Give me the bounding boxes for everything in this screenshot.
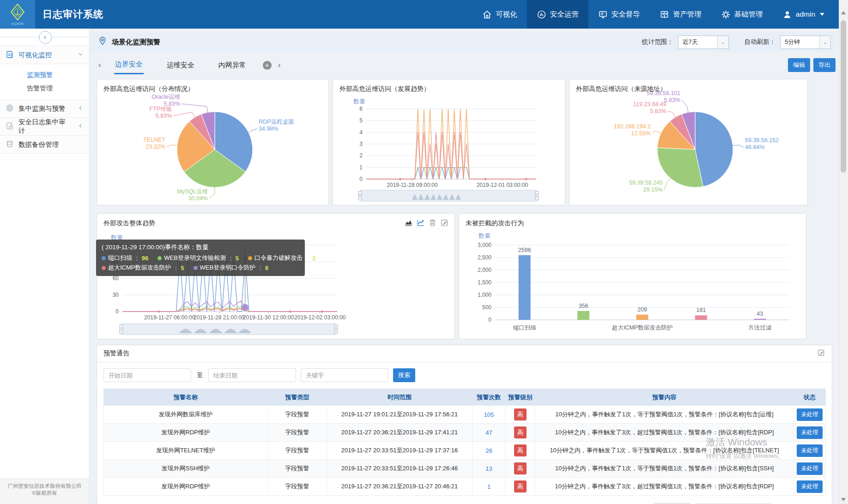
alert-count-link[interactable]: 26: [485, 447, 492, 454]
auto-refresh-label: 自动刷新：: [745, 38, 776, 46]
line-chart-attack-trend: 0306090120数量2019-11-27 06:00:002019-11-2…: [97, 214, 454, 339]
svg-text:1: 1: [359, 164, 363, 171]
chevron-down-icon: [820, 13, 824, 16]
panel-ops-source: 外部高危运维访问（来源地址） 59.39.58.15246.64%59.39.5…: [569, 79, 808, 205]
panel-title: 外部高危运维访问（分布情况）: [103, 85, 194, 93]
sidebar-collapse-button[interactable]: ‹: [39, 31, 52, 44]
scrollbar-down-arrow-icon[interactable]: [841, 498, 846, 501]
tab-border-security[interactable]: 边界安全: [114, 56, 144, 74]
svg-text:2596: 2596: [518, 247, 531, 253]
alert-content-cell: 10分钟之内，事件触发了3次，超过预警阀值1次，预警条件：[协议名称]包含[RD…: [535, 478, 794, 496]
nav-item-basic-management[interactable]: 基础管理: [711, 0, 773, 29]
sidebar-group-visual-monitoring[interactable]: 可视化监控: [0, 46, 89, 64]
panel-title: 外部高危运维访问（发展趋势）: [339, 85, 430, 93]
status-button[interactable]: 未处理: [797, 480, 823, 493]
series-value: 6: [265, 264, 268, 271]
auto-refresh-select[interactable]: 5分钟 ⌄: [780, 36, 831, 49]
search-button[interactable]: 搜索: [393, 368, 415, 382]
area-chart-icon[interactable]: [404, 218, 413, 229]
top-navbar: AQBM 日志审计系统 可视化 安全运营 安全督导 资产管理 基础管理 admi…: [0, 0, 848, 29]
alert-name-cell: 发现外网TELNET维护: [104, 442, 268, 460]
panel-attack-trend: 外部攻击整体趋势 0306090120数量2019-11-27 06:00:00…: [97, 213, 455, 339]
sidebar-group-label: 安全日志集中审计: [18, 118, 68, 135]
edit-pencil-icon[interactable]: [817, 348, 825, 359]
svg-text:181: 181: [696, 307, 706, 313]
nav-item-security-operations[interactable]: 安全运营: [527, 0, 588, 29]
nav-menu: 可视化 安全运营 安全督导 资产管理 基础管理 admin: [472, 0, 834, 29]
scrollbar-up-arrow-icon[interactable]: [841, 11, 846, 14]
table-header-cell[interactable]: 时间范围: [327, 389, 472, 406]
tabs-scroll-right[interactable]: ›: [276, 60, 283, 70]
audit-doc-icon: [6, 122, 14, 132]
nav-item-visualization[interactable]: 可视化: [472, 0, 527, 29]
scrollbar-thumb[interactable]: [841, 20, 846, 173]
sidebar-group-central-monitoring[interactable]: 集中监测与预警: [0, 99, 89, 118]
alert-level-cell: 高: [506, 406, 535, 424]
tab-intranet-anomaly[interactable]: 内网异常: [218, 57, 247, 74]
alert-count-cell: 26: [472, 442, 506, 460]
svg-text:超大ICMP数据攻击防护: 超大ICMP数据攻击防护: [612, 324, 672, 331]
series-value: 5: [181, 264, 184, 271]
tabs-scroll-left[interactable]: ‹: [97, 60, 103, 70]
table-header-cell[interactable]: 预警次数: [472, 389, 506, 406]
table-header-cell[interactable]: 状态: [794, 389, 826, 406]
table-header-cell[interactable]: 预警内容: [535, 389, 794, 406]
stat-range-select[interactable]: 近7天 ⌄: [678, 36, 729, 49]
svg-text:119.23.68.49: 119.23.68.49: [633, 101, 666, 108]
svg-text:数量: 数量: [353, 98, 365, 105]
tab-ops-security[interactable]: 运维安全: [166, 57, 195, 74]
series-name: 端口扫描: [108, 254, 132, 262]
sidebar-item-alarm-management[interactable]: 告警管理: [0, 82, 89, 95]
table-header-cell[interactable]: 预警名称: [104, 389, 268, 406]
trash-icon[interactable]: [428, 218, 437, 229]
export-button[interactable]: 导出: [813, 58, 836, 72]
alert-count-link[interactable]: 105: [484, 411, 494, 418]
sidebar-group-log-audit[interactable]: 安全日志集中审计: [0, 117, 89, 136]
page-header: 场景化监测预警 统计范围： 近7天 ⌄ 自动刷新： 5分钟 ⌄: [91, 32, 836, 52]
nav-item-security-supervision[interactable]: 安全督导: [588, 0, 650, 29]
sidebar-group-label: 数据备份管理: [18, 140, 59, 149]
app-logo[interactable]: AQBM: [0, 0, 35, 29]
chart-toolbar: [404, 218, 449, 229]
svg-text:43: 43: [757, 311, 763, 317]
start-date-input[interactable]: [103, 368, 191, 382]
svg-text:RDP远程桌面: RDP远程桌面: [259, 119, 294, 125]
edit-pencil-icon[interactable]: [440, 218, 449, 229]
edit-button[interactable]: 编辑: [788, 58, 810, 72]
svg-text:2,500: 2,500: [478, 254, 491, 261]
alert-count-link[interactable]: 13: [485, 465, 492, 472]
series-value: 3: [312, 255, 315, 262]
status-button[interactable]: 未处理: [797, 444, 823, 457]
alert-count-link[interactable]: 47: [485, 429, 492, 436]
status-button[interactable]: 未处理: [797, 426, 823, 439]
panel-ops-distribution: 外部高危运维访问（分布情况） RDP远程桌面34.98%MySQL运维30.04…: [97, 79, 329, 205]
status-button[interactable]: 未处理: [797, 408, 823, 421]
sidebar-footer: 广州世安信息技术股份有限公司 ©版权所有: [0, 479, 89, 504]
table-header-cell[interactable]: 预警类型: [268, 389, 327, 406]
svg-text:1,500: 1,500: [478, 279, 491, 286]
level-badge: 高: [514, 462, 527, 474]
alert-count-link[interactable]: 1: [487, 483, 491, 490]
tooltip-title: ( 2019-11-29 17:00:00)事件名称：数量: [102, 243, 299, 252]
alert-level-cell: 高: [506, 424, 535, 442]
status-button[interactable]: 未处理: [797, 462, 823, 475]
table-header-row: 预警名称预警类型时间范围预警次数预警级别预警内容状态: [104, 389, 826, 406]
sidebar-group-data-backup[interactable]: 数据备份管理: [0, 135, 89, 154]
end-date-input[interactable]: [208, 368, 296, 382]
svg-text:端口扫描: 端口扫描: [513, 324, 536, 331]
sidebar-item-monitor-warning[interactable]: 监测预警: [0, 68, 89, 82]
line-chart-icon[interactable]: [416, 218, 425, 229]
svg-text:209: 209: [637, 306, 647, 313]
alerts-table: 预警名称预警类型时间范围预警次数预警级别预警内容状态 发现外网数据库维护字段预警…: [103, 389, 826, 496]
table-header-cell[interactable]: 预警级别: [506, 389, 535, 406]
nav-item-admin[interactable]: admin: [773, 0, 834, 29]
chevron-left-icon: [78, 123, 84, 130]
nav-item-asset-management[interactable]: 资产管理: [650, 0, 711, 29]
level-badge: 高: [514, 444, 527, 456]
footer-copyright: ©版权所有: [0, 490, 89, 497]
alert-content-cell: 10分钟之内，事件触发了1次，等于预警阀值1次，预警条件：[协议名称]包含[TE…: [535, 442, 794, 460]
keyword-input[interactable]: [301, 368, 388, 382]
vertical-scrollbar[interactable]: [839, 0, 848, 504]
add-tab-button[interactable]: +: [263, 61, 272, 70]
alert-name-cell: 发现外网SSH维护: [104, 460, 268, 478]
